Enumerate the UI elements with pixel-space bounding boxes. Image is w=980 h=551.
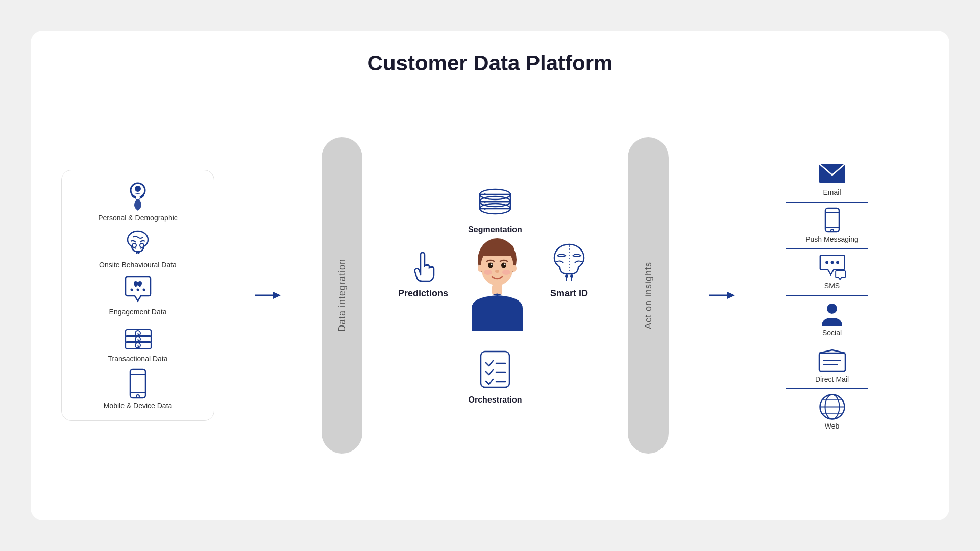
svg-point-30 [484, 201, 486, 203]
divider [786, 388, 868, 389]
data-integration-arrow [250, 288, 286, 303]
orchestration-item: Orchestration [469, 346, 522, 405]
act-on-insights-label: Act on insights [643, 262, 654, 329]
svg-text:$: $ [136, 338, 139, 342]
svg-point-62 [836, 261, 839, 264]
page-title: Customer Data Platform [368, 51, 613, 76]
personal-demographic-label: Personal & Demographic [98, 213, 178, 222]
svg-point-6 [130, 288, 133, 291]
svg-point-34 [488, 263, 493, 268]
orchestration-icon [475, 346, 516, 392]
svg-point-31 [484, 208, 486, 210]
svg-point-38 [495, 270, 499, 273]
svg-point-29 [484, 193, 486, 195]
main-container: Customer Data Platform [31, 31, 949, 520]
svg-point-8 [142, 288, 145, 291]
divider [786, 248, 868, 249]
svg-text:$: $ [136, 344, 139, 348]
svg-point-36 [491, 264, 493, 265]
chat-heart-icon [120, 274, 156, 305]
svg-point-40 [502, 270, 510, 275]
engagement-label: Engagement Data [109, 307, 167, 316]
svg-point-63 [827, 304, 837, 314]
push-messaging-item: Push Messaging [786, 208, 878, 243]
svg-point-37 [504, 264, 506, 265]
direct-mail-label: Direct Mail [815, 375, 849, 383]
svg-point-2 [136, 195, 140, 199]
list-item: Mobile & Device Data [67, 368, 209, 410]
svg-point-3 [135, 186, 140, 191]
web-item: Web [786, 394, 878, 430]
social-label: Social [822, 329, 842, 337]
svg-rect-56 [825, 208, 839, 232]
svg-text:$: $ [136, 332, 139, 336]
svg-point-60 [825, 261, 828, 264]
orchestration-label: Orchestration [469, 395, 522, 405]
svg-point-5 [140, 243, 144, 247]
svg-point-42 [511, 265, 517, 272]
social-icon [818, 301, 846, 327]
sms-label: SMS [824, 282, 840, 290]
mobile-icon [120, 368, 156, 399]
brain-network-icon [120, 228, 156, 258]
smart-id-icon [546, 239, 592, 285]
svg-rect-18 [130, 369, 145, 398]
divider [786, 202, 868, 203]
svg-point-39 [484, 270, 492, 275]
list-item: Onsite Behavioural Data [67, 228, 209, 269]
divider [786, 342, 868, 343]
list-item: Engagement Data [67, 274, 209, 316]
svg-point-61 [830, 261, 834, 264]
center-middle-row: Predictions [398, 239, 592, 341]
svg-point-41 [478, 265, 483, 272]
social-item: Social [786, 301, 878, 337]
predictions-icon [403, 239, 444, 285]
segmentation-item: Segmentation [468, 186, 522, 234]
location-person-icon [120, 181, 156, 211]
onsite-behavioural-label: Onsite Behavioural Data [99, 260, 177, 269]
mobile-device-label: Mobile & Device Data [104, 401, 173, 410]
smart-id-label: Smart ID [550, 288, 588, 299]
person-figure [456, 239, 538, 341]
svg-rect-64 [819, 353, 845, 371]
act-on-insights-column: Act on insights [628, 137, 669, 454]
segmentation-label: Segmentation [468, 225, 522, 234]
transactional-label: Transactional Data [108, 354, 168, 363]
direct-mail-icon [818, 347, 846, 373]
left-panel: Personal & Demographic [61, 170, 214, 421]
web-icon [818, 394, 846, 420]
direct-mail-item: Direct Mail [786, 347, 878, 383]
predictions-item: Predictions [398, 239, 448, 299]
email-label: Email [823, 188, 841, 196]
svg-marker-23 [273, 292, 281, 299]
divider [786, 295, 868, 296]
data-integration-label: Data integration [337, 259, 348, 332]
email-icon [818, 161, 846, 186]
sms-item: SMS [786, 254, 878, 290]
list-item: Personal & Demographic [67, 181, 209, 222]
svg-point-7 [136, 288, 139, 291]
act-on-insights-arrow [704, 288, 740, 303]
diagram-area: Personal & Demographic [61, 91, 919, 500]
list-item: $ $ $ Transactional Data [67, 321, 209, 363]
svg-point-4 [132, 243, 136, 247]
money-stack-icon: $ $ $ [120, 321, 156, 352]
svg-point-21 [136, 395, 139, 398]
segmentation-icon [475, 186, 516, 222]
smart-id-item: Smart ID [546, 239, 592, 299]
center-area: Segmentation Predictions [398, 186, 592, 405]
svg-marker-54 [727, 292, 735, 299]
predictions-label: Predictions [398, 288, 448, 299]
push-messaging-label: Push Messaging [805, 235, 859, 243]
data-integration-column: Data integration [322, 137, 362, 454]
svg-point-59 [831, 229, 834, 232]
email-item: Email [786, 161, 878, 196]
sms-icon [818, 254, 846, 280]
svg-point-35 [501, 263, 506, 268]
right-panel: Email Push Messaging [776, 161, 919, 430]
push-messaging-icon [818, 208, 846, 233]
web-label: Web [825, 422, 840, 430]
